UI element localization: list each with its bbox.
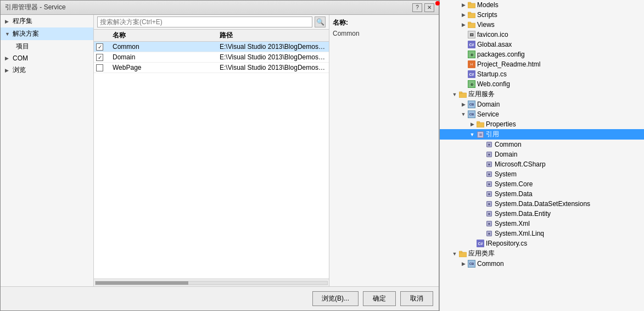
search-button[interactable]: 🔍 [315, 16, 326, 27]
tree-item-label: 应用服务 [468, 90, 642, 99]
tree-item-label: Service [477, 110, 642, 118]
reference-icon: ■ [485, 229, 494, 238]
vs-tree-item[interactable]: ▶ Scripts [440, 10, 644, 20]
cs-file-icon: C# [476, 239, 485, 248]
dialog-footer: 浏览(B)... 确定 取消 [1, 286, 439, 310]
table-row[interactable]: Common E:\Visual Studio 2013\BlogDemos\w… [94, 42, 329, 52]
close-button[interactable]: ✕ [424, 3, 434, 12]
browse-button[interactable]: 浏览(B)... [312, 291, 359, 306]
nav-item-solution[interactable]: ▼ 解决方案 [1, 27, 93, 40]
tree-item-label: System.Data.DataSetExtensions [495, 200, 642, 208]
row-checkbox-1[interactable] [96, 54, 103, 61]
expand-icon[interactable]: ▶ [460, 102, 467, 107]
tree-item-label: Microsoft.CSharp [495, 160, 642, 168]
ico-file-icon: 🖼 [467, 30, 476, 39]
config-file-icon: ⚙ [467, 50, 476, 59]
vs-solution-explorer: ▶ Models▶ Scripts▶ Views🖼favicon.icoC#Gl… [439, 0, 644, 311]
csproj-icon: CB [467, 110, 476, 119]
expand-icon[interactable]: ▶ [460, 22, 467, 27]
expand-icon[interactable]: ▶ [468, 121, 476, 127]
tree-item-label: Common [495, 141, 642, 148]
vs-tree-item[interactable]: ▶ Properties [440, 119, 644, 129]
vs-tree-item[interactable]: ■System.Data.Entity [440, 209, 644, 219]
svg-rect-11 [459, 251, 462, 253]
tree-item-label: System.Xml [495, 220, 642, 227]
row-checkbox-2[interactable] [96, 64, 103, 71]
middle-panel: 🔍 名称 路径 Common E:\Visual Studio 2013\Blo… [94, 15, 329, 286]
vs-tree-item[interactable]: ⚙packages.config [440, 49, 644, 59]
col-header-path: 路径 [220, 31, 327, 40]
vs-tree-item[interactable]: ■System.Core [440, 179, 644, 189]
vs-tree-item[interactable]: ■Common [440, 140, 644, 149]
svg-rect-8 [477, 123, 484, 127]
svg-rect-6 [459, 93, 467, 98]
cancel-button[interactable]: 取消 [400, 291, 433, 306]
nav-label-com: COM [13, 54, 28, 62]
vs-tree-item[interactable]: ▼CBService [440, 109, 644, 119]
vs-tree-item[interactable]: C#Startup.cs [440, 69, 644, 79]
vs-tree-item[interactable]: ▶ Views [440, 20, 644, 30]
dialog-title: 引用管理器 - Service [5, 3, 66, 12]
table-header: 名称 路径 [94, 30, 329, 42]
right-info-panel: 名称: Common [329, 15, 439, 286]
vs-tree-item[interactable]: ▶CBDomain [440, 99, 644, 109]
horizontal-scrollbar[interactable] [94, 279, 329, 286]
expand-icon-solution: ▼ [5, 31, 10, 37]
vs-tree-item[interactable]: ▼ 应用服务 [440, 89, 644, 99]
vs-tree-item[interactable]: C#Global.asax [440, 40, 644, 49]
vs-tree-item[interactable]: ▼⊞引用 [440, 129, 644, 140]
expand-icon[interactable]: ▶ [460, 2, 467, 8]
expand-icon[interactable]: ▶ [460, 261, 467, 266]
row-path-2: E:\Visual Studio 2013\BlogDemos\wkmv [220, 64, 327, 71]
vs-tree-item[interactable]: HProject_Readme.html [440, 59, 644, 69]
row-checkbox-0[interactable] [96, 43, 103, 51]
search-bar: 🔍 [94, 15, 329, 30]
project-table: Common E:\Visual Studio 2013\BlogDemos\w… [94, 42, 329, 279]
search-input[interactable] [97, 16, 312, 27]
vs-tree-item[interactable]: ■System [440, 169, 644, 179]
tree-item-label: Models [477, 1, 642, 9]
left-nav-panel: ▶ 程序集 ▼ 解决方案 项目 ▶ COM [1, 15, 94, 286]
reference-icon: ■ [485, 199, 494, 208]
ok-button[interactable]: 确定 [363, 291, 396, 306]
vs-tree-item[interactable]: ■System.Xml.Linq [440, 229, 644, 238]
vs-tree-item[interactable]: ■System.Data [440, 189, 644, 199]
folder-icon [467, 10, 476, 19]
expand-icon[interactable]: ▼ [468, 132, 476, 137]
vs-tree-item[interactable]: ⚙Web.config [440, 79, 644, 89]
help-button[interactable]: ? [412, 3, 422, 12]
expand-icon[interactable]: ▼ [451, 251, 458, 257]
vs-tree-item[interactable]: ▶ Models [440, 0, 644, 10]
vs-tree-item[interactable]: ■System.Xml [440, 219, 644, 229]
expand-icon[interactable]: ▼ [460, 112, 467, 117]
folder-icon [467, 1, 476, 9]
folder-icon [458, 249, 467, 258]
vs-tree-item[interactable]: ▼ 应用类库 [440, 248, 644, 259]
row-name-1: Domain [113, 53, 220, 61]
vs-tree-item[interactable]: C#IRepository.cs [440, 238, 644, 248]
vs-tree-item[interactable]: 🖼favicon.ico [440, 30, 644, 40]
nav-item-project[interactable]: 项目 [1, 40, 93, 53]
vs-tree-item[interactable]: ▶CBCommon [440, 259, 644, 269]
expand-icon[interactable]: ▶ [460, 12, 467, 18]
expand-icon[interactable]: ▼ [451, 92, 458, 97]
nav-item-com[interactable]: ▶ COM [1, 53, 93, 64]
svg-rect-0 [468, 3, 475, 8]
scrollbar-track[interactable] [95, 281, 328, 285]
reference-group-icon: ⊞ [476, 130, 485, 139]
vs-tree-item[interactable]: ■System.Data.DataSetExtensions [440, 199, 644, 209]
vs-tree-item[interactable]: ■Microsoft.CSharp [440, 159, 644, 169]
vs-tree-item[interactable]: ■Domain [440, 149, 644, 159]
folder-icon [458, 90, 467, 99]
reference-icon: ■ [485, 219, 494, 228]
tree-item-label: Startup.cs [477, 70, 642, 78]
table-row[interactable]: WebPage E:\Visual Studio 2013\BlogDemos\… [94, 63, 329, 73]
nav-item-assemblies[interactable]: ▶ 程序集 [1, 15, 93, 27]
expand-icon-assemblies: ▶ [5, 19, 10, 24]
cs-file-icon: C# [467, 70, 476, 79]
reference-manager-dialog: 引用管理器 - Service ? ✕ ▶ 程序集 ▼ 解决方案 [0, 0, 439, 311]
table-row[interactable]: Domain E:\Visual Studio 2013\BlogDemos\w… [94, 52, 329, 63]
nav-item-browse[interactable]: ▶ 浏览 [1, 64, 93, 76]
expand-icon-browse: ▶ [5, 68, 10, 73]
tree-item-label: Properties [486, 120, 642, 128]
